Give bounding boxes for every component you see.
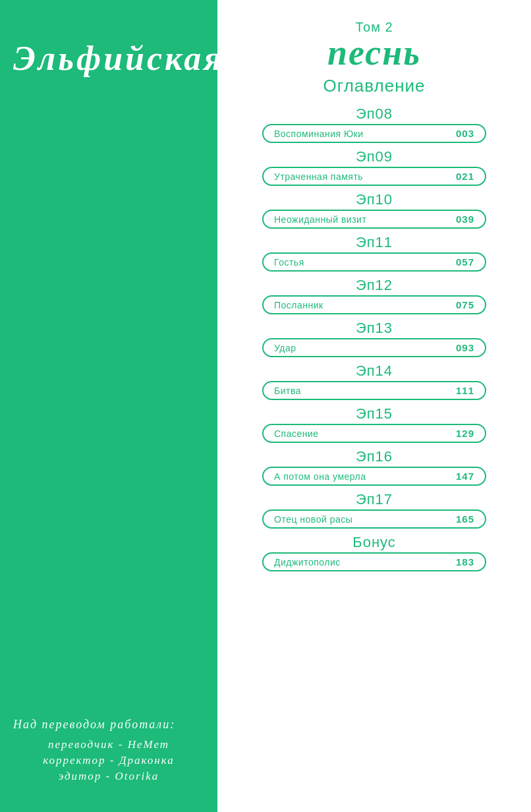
ep-row: Утраченная память021 — [262, 167, 486, 186]
toc-header: Оглавление — [323, 76, 426, 96]
ep-page: 039 — [456, 214, 474, 225]
toc-item: Эп16А потом она умерла147 — [262, 448, 486, 488]
credits-block: Над переводом работали: переводчик - НеМ… — [13, 718, 204, 786]
toc-item: Эп09Утраченная память021 — [262, 148, 486, 188]
ep-name: Битва — [274, 386, 301, 396]
ep-page: 021 — [456, 171, 474, 182]
credits-title: Над переводом работали: — [13, 718, 204, 732]
ep-row: Битва111 — [262, 381, 486, 400]
ep-page: 093 — [456, 342, 474, 353]
ep-label: Эп11 — [356, 234, 393, 251]
toc-list: Эп08Воспоминания Юки003Эп09Утраченная па… — [231, 105, 518, 575]
ep-page: 165 — [456, 513, 474, 525]
ep-label: Бонус — [352, 534, 396, 551]
ep-label: Эп08 — [356, 105, 393, 123]
ep-page: 183 — [456, 556, 474, 567]
ep-row: Посланник075 — [262, 295, 486, 314]
ep-name: Диджитополис — [274, 557, 341, 567]
ep-page: 075 — [456, 299, 474, 310]
ep-row: Воспоминания Юки003 — [262, 124, 486, 143]
credit-corrector: корректор - Драконка — [13, 754, 204, 767]
toc-item: Эп14Битва111 — [262, 362, 486, 403]
ep-name: Утраченная память — [274, 171, 363, 182]
ep-label: Эп14 — [356, 362, 393, 380]
ep-label: Эп12 — [356, 277, 393, 294]
ep-name: Спасение — [274, 428, 319, 439]
toc-item: Эп12Посланник075 — [262, 277, 486, 317]
ep-row: Отец новой расы165 — [262, 509, 486, 529]
ep-label: Эп15 — [356, 405, 393, 422]
ep-label: Эп10 — [356, 191, 393, 208]
ep-row: А потом она умерла147 — [262, 467, 486, 486]
credit-translator: переводчик - НеМет — [13, 738, 204, 751]
right-panel: Том 2 песнь Оглавление Эп08Воспоминания … — [217, 0, 531, 812]
ep-page: 129 — [456, 428, 474, 439]
ep-label: Эп17 — [356, 491, 393, 508]
toc-item: Эп10Неожиданный визит039 — [262, 191, 486, 231]
toc-item: БонусДиджитополис183 — [262, 534, 486, 574]
toc-item: Эп17Отец новой расы165 — [262, 491, 486, 531]
ep-page: 003 — [456, 128, 474, 139]
toc-item: Эп13Удар093 — [262, 320, 486, 360]
toc-item: Эп11Гостья057 — [262, 234, 486, 274]
ep-name: Гостья — [274, 257, 304, 268]
ep-row: Гостья057 — [262, 252, 486, 272]
toc-item: Эп08Воспоминания Юки003 — [262, 105, 486, 146]
ep-name: Воспоминания Юки — [274, 129, 364, 139]
left-panel: Эльфийская Над переводом работали: перев… — [0, 0, 217, 812]
credit-editor: эдитор - Otorika — [13, 770, 204, 783]
ep-name: Удар — [274, 343, 296, 353]
ep-name: Отец новой расы — [274, 514, 352, 525]
ep-page: 147 — [456, 471, 474, 482]
ep-label: Эп09 — [356, 148, 393, 165]
ep-page: 057 — [456, 256, 474, 268]
main-title: Эльфийская — [13, 40, 224, 77]
ep-name: Неожиданный визит — [274, 214, 366, 225]
ep-row: Диджитополис183 — [262, 552, 486, 571]
ep-row: Спасение129 — [262, 424, 486, 443]
volume-title: песнь — [327, 35, 421, 71]
ep-row: Неожиданный визит039 — [262, 210, 486, 229]
ep-name: Посланник — [274, 300, 323, 310]
ep-row: Удар093 — [262, 338, 486, 357]
ep-label: Эп13 — [356, 320, 393, 337]
ep-name: А потом она умерла — [274, 471, 366, 482]
ep-label: Эп16 — [356, 448, 393, 465]
ep-page: 111 — [456, 385, 474, 396]
toc-item: Эп15Спасение129 — [262, 405, 486, 446]
